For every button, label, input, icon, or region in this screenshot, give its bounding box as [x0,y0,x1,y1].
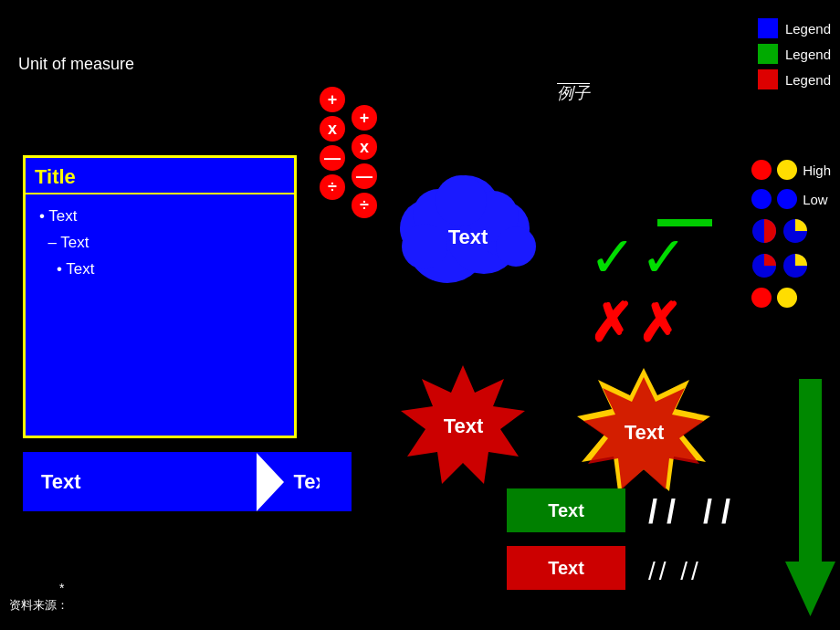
op-minus: — [320,145,345,171]
low-row: Low [751,189,831,209]
check-mark-2: ✓ [640,224,688,290]
slash-marks-bottom: // // [648,557,702,585]
legend-label-green: Legend [785,47,831,62]
svg-point-10 [496,226,536,267]
pie-circle-4 [782,253,808,278]
rei-label: 例子 [557,82,590,104]
solid-red-circle [751,288,772,308]
slash-area-top: // // [648,493,740,531]
operators-col1: + x — ÷ [320,87,345,200]
legend-label-red: Legend [785,72,831,88]
low-blue-circle-2 [777,189,797,209]
pie-row-1 [751,218,831,244]
legend-item-green: Legend [758,44,831,64]
source-text: 资料来源： [9,597,68,614]
starburst-1-text: Text [444,415,484,438]
check-area: ✓ ✓ [589,224,688,290]
slash-area-bottom: // // [648,557,702,586]
low-blue-circle [751,189,772,209]
green-text-box: Text [507,488,625,532]
green-text: Text [548,500,584,521]
slash-marks-top: // // [648,493,740,530]
cloud-container: Text [383,160,552,301]
svg-marker-0 [320,452,352,511]
asterisk: * [59,581,64,595]
red-text: Text [548,558,584,579]
svg-point-9 [402,224,447,269]
solid-row [751,288,831,308]
unit-label: Unit of measure [18,55,134,74]
bullet-text-1: • Text [39,204,280,230]
starburst-2: Text [564,363,724,509]
svg-point-8 [436,175,487,226]
pie-circle-2 [782,218,808,244]
blue-box-content: • Text – Text • Text [26,194,294,292]
check-mark-1: ✓ [589,224,636,290]
high-label: High [803,163,831,178]
op-plus: + [320,87,345,112]
legend-color-green [758,44,778,64]
op2-divide: ÷ [352,193,377,218]
legend-color-red [758,69,778,89]
starburst-1: Text [393,361,534,497]
big-arrow-svg [785,379,835,616]
starburst-2-text: Text [625,421,665,445]
arrow-box-text1: Text [23,470,247,494]
high-low-legend: High Low [751,160,831,308]
bullet-text-3: • Text [39,257,280,283]
svg-rect-18 [799,379,822,562]
x-mark-1: ✗ [589,292,634,354]
blue-box-title: Title [26,158,294,194]
x-mark-2: ✗ [637,292,682,354]
op2-minus: — [352,163,377,189]
op-times: x [320,116,345,142]
pie-circle-3 [751,253,777,278]
big-green-arrow [785,379,835,616]
legend-color-blue [758,18,778,38]
pie-circle-1 [751,218,777,244]
legend-label-blue: Legend [785,21,831,37]
high-row: High [751,160,831,180]
pie-row-2 [751,253,831,278]
cloud-svg [383,160,552,301]
bullet-text-2: – Text [39,230,280,257]
operators-col2: + x — ÷ [352,105,377,218]
arrow-tip [320,452,352,511]
op-divide: ÷ [320,174,345,200]
high-red-circle [751,160,772,180]
arrow-box: Text Text [23,452,352,511]
legend-area: Legend Legend Legend [758,18,831,89]
xmark-area: ✗ ✗ [589,292,682,354]
high-yellow-circle [777,160,797,180]
red-text-box: Text [507,546,625,590]
arrow-divider [257,453,284,511]
op2-times: x [352,134,377,160]
low-label: Low [803,192,828,207]
svg-marker-19 [785,562,835,616]
op2-plus: + [352,105,377,131]
legend-item-red: Legend [758,69,831,89]
legend-item-blue: Legend [758,18,831,38]
solid-yellow-circle [777,288,797,308]
blue-content-box: Title • Text – Text • Text [23,155,297,438]
